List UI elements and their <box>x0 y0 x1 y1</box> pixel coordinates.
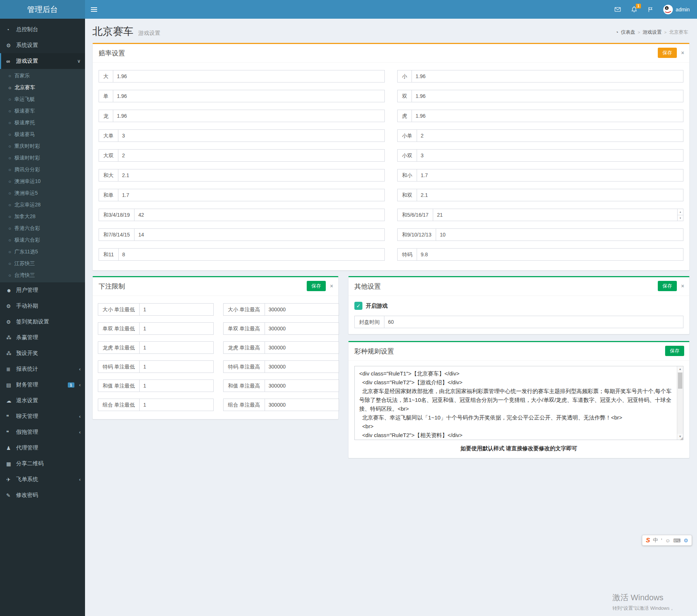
sidebar-item[interactable]: ⁂杀赢管理 <box>0 330 85 345</box>
limit-max-input[interactable] <box>265 322 339 335</box>
field-label: 龙 <box>99 110 113 122</box>
save-button[interactable]: 保存 <box>665 346 684 356</box>
close-time-input[interactable] <box>384 316 683 328</box>
sidebar-subitem[interactable]: ○北京幸运28 <box>0 199 85 211</box>
odds-input[interactable] <box>417 149 683 162</box>
sidebar-subitem[interactable]: ○广东11选5 <box>0 246 85 258</box>
sidebar-item[interactable]: ▤财务管理1‹ <box>0 377 85 393</box>
spinner-down-icon[interactable]: ▾ <box>678 215 683 221</box>
sidebar-item[interactable]: ◔总控制台 <box>0 22 85 37</box>
limit-max-input[interactable] <box>265 360 339 373</box>
odds-input[interactable] <box>118 189 385 201</box>
sidebar-item[interactable]: ∞游戏设置∨ <box>0 53 85 69</box>
breadcrumb-link[interactable]: 仪表盘 <box>621 29 635 36</box>
mail-icon[interactable] <box>614 6 621 13</box>
odds-input[interactable] <box>436 228 683 241</box>
hamburger-menu-icon[interactable] <box>85 0 103 19</box>
sidebar-subitem[interactable]: ○香港六合彩 <box>0 223 85 234</box>
sidebar-subitem[interactable]: ○极速时时彩 <box>0 152 85 164</box>
sidebar-item[interactable]: ♟代理管理 <box>0 440 85 456</box>
scroll-up-icon[interactable]: ▲ <box>677 366 683 372</box>
ime-language-mode[interactable]: 中 <box>653 537 658 544</box>
odds-input[interactable] <box>412 110 683 122</box>
flag-icon[interactable] <box>647 6 654 13</box>
sidebar-subitem[interactable]: ○澳洲幸运5 <box>0 187 85 199</box>
sidebar-subitem[interactable]: ○澳洲幸运10 <box>0 176 85 187</box>
ime-toolbar[interactable]: S 中 ’ ☺ ⌨ ⚙ <box>642 535 692 546</box>
sidebar-item[interactable]: ⁂预设开奖 <box>0 345 85 361</box>
odds-input[interactable] <box>417 129 683 142</box>
limit-min-input[interactable] <box>139 341 214 354</box>
sidebar-item[interactable]: ☁退水设置 <box>0 393 85 408</box>
sogou-logo-icon[interactable]: S <box>646 537 650 544</box>
sidebar-subitem[interactable]: ○重庆时时彩 <box>0 140 85 152</box>
sidebar-subitem[interactable]: ○台湾快三 <box>0 270 85 281</box>
odds-input[interactable] <box>118 129 385 142</box>
sidebar-item[interactable]: ❝假拖管理‹ <box>0 424 85 440</box>
user-menu[interactable]: 8 admin <box>663 5 690 14</box>
save-button[interactable]: 保存 <box>658 48 677 58</box>
sidebar-subitem[interactable]: ○加拿大28 <box>0 211 85 223</box>
close-icon[interactable]: × <box>330 283 333 289</box>
punctuation-icon[interactable]: ’ <box>661 538 662 543</box>
sidebar-subitem[interactable]: ○极速六合彩 <box>0 234 85 246</box>
sidebar-item[interactable]: ❝聊天管理‹ <box>0 408 85 424</box>
save-button[interactable]: 保存 <box>658 281 677 291</box>
app-logo[interactable]: 管理后台 <box>0 0 85 19</box>
odds-input[interactable] <box>412 90 683 102</box>
sidebar-subitem[interactable]: ○百家乐 <box>0 70 85 82</box>
emoji-icon[interactable]: ☺ <box>665 538 670 543</box>
odds-input[interactable] <box>417 248 683 261</box>
enable-game-checkbox[interactable]: ✓ 开启游戏 <box>354 302 683 310</box>
odds-input[interactable] <box>134 209 385 221</box>
odds-input[interactable] <box>433 209 678 221</box>
limit-max-input[interactable] <box>265 399 339 411</box>
sidebar-item[interactable]: ✎修改密码 <box>0 487 85 503</box>
sidebar-item[interactable]: ☻用户管理 <box>0 282 85 298</box>
odds-input[interactable] <box>118 248 385 261</box>
limit-min-input[interactable] <box>139 380 214 392</box>
limit-min-input[interactable] <box>139 399 214 411</box>
sidebar-item[interactable]: ≣报表统计‹ <box>0 361 85 377</box>
limit-min-input[interactable] <box>139 322 214 335</box>
sidebar-subitem[interactable]: ○北京赛车 <box>0 82 85 94</box>
odds-input[interactable] <box>134 228 385 241</box>
sidebar-subitem[interactable]: ○极速赛车 <box>0 105 85 117</box>
odds-input[interactable] <box>118 169 385 182</box>
bell-icon[interactable]: 1 <box>631 6 638 13</box>
odds-input[interactable] <box>113 110 385 122</box>
odds-input[interactable] <box>113 90 385 102</box>
odds-input[interactable] <box>417 189 683 201</box>
scrollbar[interactable]: ▲ ▼ <box>677 366 683 440</box>
odds-input[interactable] <box>113 70 385 82</box>
sidebar-subitem[interactable]: ○极速赛马 <box>0 129 85 140</box>
limit-max-input[interactable] <box>265 380 339 392</box>
sidebar-item[interactable]: ⚙签到奖励设置 <box>0 314 85 330</box>
close-icon[interactable]: × <box>681 50 684 55</box>
sidebar-item[interactable]: ✈飞单系统‹ <box>0 472 85 487</box>
keyboard-icon[interactable]: ⌨ <box>673 538 681 543</box>
close-icon[interactable]: × <box>681 283 684 289</box>
limit-min-input[interactable] <box>139 303 214 316</box>
odds-input[interactable] <box>118 149 385 162</box>
sidebar-subitem[interactable]: ○腾讯分分彩 <box>0 164 85 176</box>
spinner-up-icon[interactable]: ▴ <box>678 209 683 215</box>
number-spinner[interactable]: ▴▾ <box>677 209 683 221</box>
save-button[interactable]: 保存 <box>307 281 326 291</box>
odds-input[interactable] <box>412 70 683 82</box>
resize-grip-icon[interactable]: ◢ <box>680 436 683 440</box>
sidebar-item[interactable]: ⚙系统设置 <box>0 37 85 53</box>
breadcrumb-link[interactable]: 游戏设置 <box>643 29 662 36</box>
limit-min-input[interactable] <box>139 360 214 373</box>
sidebar-item[interactable]: ▦分享二维码 <box>0 456 85 472</box>
sidebar-subitem[interactable]: ○幸运飞艇 <box>0 94 85 105</box>
sidebar-subitem[interactable]: ○极速摩托 <box>0 117 85 129</box>
sidebar-subitem[interactable]: ○江苏快三 <box>0 258 85 270</box>
scrollbar-thumb[interactable] <box>678 373 682 389</box>
ime-toolbox-icon[interactable]: ⚙ <box>683 538 688 543</box>
odds-input[interactable] <box>417 169 683 182</box>
rules-textarea[interactable]: <div class="RuleT1">【北京赛车】</div> <div cl… <box>354 366 683 440</box>
sidebar-item[interactable]: ⚙手动补期 <box>0 298 85 314</box>
limit-max-input[interactable] <box>265 303 339 316</box>
limit-max-input[interactable] <box>265 341 339 354</box>
